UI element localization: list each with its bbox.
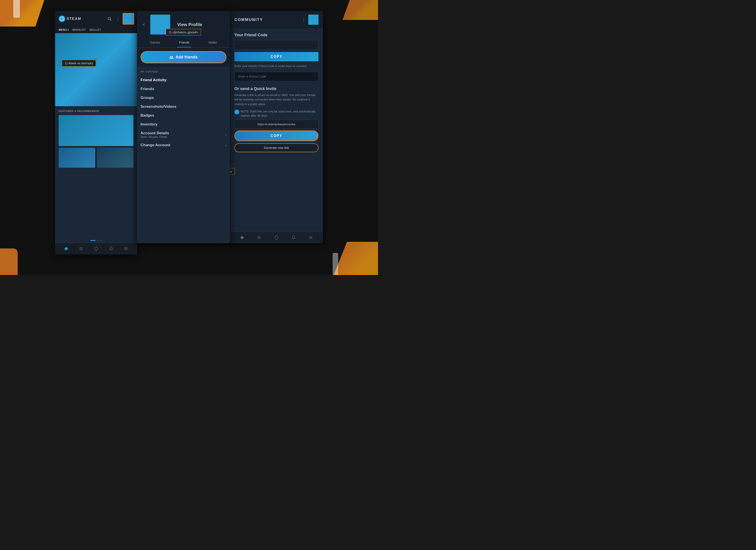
tab-friends[interactable]: Friends <box>177 38 191 47</box>
quick-invite-title: Or send a Quick Invite <box>234 87 318 91</box>
svg-point-0 <box>60 17 64 21</box>
steam-logo: STEAM <box>59 15 81 22</box>
comm-bottom-nav-list[interactable] <box>256 235 262 241</box>
steam-logo-icon <box>59 15 65 22</box>
main-wrapper: STEAM ⋮ MENU ▾ WI <box>0 0 378 275</box>
chevron-right-icon-2: › <box>225 143 226 147</box>
featured-item-1[interactable] <box>59 115 133 146</box>
community-bottom-nav <box>230 232 323 244</box>
svg-rect-3 <box>79 247 83 248</box>
back-button[interactable]: < <box>141 21 147 28</box>
bottom-nav-bell[interactable] <box>108 246 114 252</box>
svg-rect-5 <box>79 250 83 250</box>
friend-code-desc: Enter your friend's Friend Code to invit… <box>234 64 318 68</box>
bottom-nav-shield[interactable] <box>93 246 99 252</box>
add-friends-button[interactable]: Add friends <box>141 51 226 63</box>
content-item-badges[interactable]: Badges <box>141 111 226 120</box>
content-item-screenshots[interactable]: Screenshots/Videos <box>141 102 226 111</box>
steam-nav: MENU ▾ WISHLIST WALLET <box>55 27 137 33</box>
steam-logo-text: STEAM <box>67 17 81 21</box>
my-content: MY CONTENT Friend Activity Friends Group… <box>137 67 230 244</box>
profile-panel: 2) «Добавить друзей» < View Profile Game… <box>137 11 230 244</box>
more-options-icon[interactable]: ⋮ <box>115 16 121 21</box>
my-content-label: MY CONTENT <box>141 70 226 73</box>
community-header-right: ⋮ <box>302 15 318 25</box>
content-item-friend-activity[interactable]: Friend Activity <box>141 76 226 85</box>
steam-bottom-nav <box>55 243 137 255</box>
bottom-nav-tag[interactable] <box>63 246 69 252</box>
community-avatar <box>308 15 318 25</box>
view-profile-button[interactable]: View Profile <box>174 20 206 29</box>
hero-image <box>55 33 137 106</box>
svg-rect-12 <box>309 237 312 237</box>
enter-friend-code-input[interactable] <box>234 72 318 81</box>
content-item-groups[interactable]: Groups <box>141 93 226 102</box>
svg-rect-9 <box>258 236 261 237</box>
content-item-friends[interactable]: Friends <box>141 85 226 93</box>
svg-point-1 <box>108 17 111 20</box>
search-icon[interactable] <box>106 16 113 22</box>
link-url: https://s.team/p/ваша/ссылка <box>258 123 295 126</box>
tab-games[interactable]: Games <box>148 38 162 47</box>
community-panel: 3) Создаем новую ссылку 4) Копируем нову… <box>230 11 323 244</box>
featured-item-2[interactable] <box>59 148 95 168</box>
friend-code-title: Your Friend Code <box>234 33 318 37</box>
content-item-change-account[interactable]: Change Account › <box>141 141 226 150</box>
profile-tabs: Games Friends Wallet <box>137 38 230 48</box>
tab-wallet[interactable]: Wallet <box>207 38 219 47</box>
community-content: Your Friend Code COPY Enter your friend'… <box>230 28 323 232</box>
comm-bottom-nav-menu[interactable] <box>308 235 314 241</box>
callout-1: 1) Жмем на аватарку <box>62 60 96 67</box>
steam-hero: 1) Жмем на аватарку <box>55 33 137 106</box>
community-title: COMMUNITY <box>234 17 263 22</box>
copy-friend-code-button[interactable]: COPY <box>234 52 318 61</box>
progress-dots <box>55 238 137 243</box>
comm-bottom-nav-tag[interactable] <box>239 235 245 241</box>
add-friends-container: Add friends <box>137 48 230 67</box>
svg-rect-13 <box>309 238 312 238</box>
svg-rect-4 <box>79 249 83 249</box>
steam-panel: STEAM ⋮ MENU ▾ WI <box>55 11 137 255</box>
friend-code-box <box>234 40 318 50</box>
bottom-nav-menu[interactable] <box>123 246 129 252</box>
check-icon: ✓ <box>234 110 239 114</box>
nav-wishlist[interactable]: WISHLIST <box>72 28 86 31</box>
community-more-icon[interactable]: ⋮ <box>302 17 306 22</box>
svg-rect-7 <box>124 249 128 249</box>
svg-rect-8 <box>124 249 128 250</box>
chevron-right-icon: › <box>225 133 226 137</box>
avatar-container[interactable] <box>123 14 133 24</box>
steam-header: STEAM ⋮ <box>55 11 137 27</box>
content-item-account-details[interactable]: Account Details Store, Security, Family … <box>141 129 226 141</box>
svg-line-2 <box>110 20 111 21</box>
svg-rect-6 <box>124 248 128 248</box>
steam-header-actions: ⋮ <box>106 14 133 24</box>
link-box: https://s.team/p/ваша/ссылка <box>234 120 318 129</box>
community-header: COMMUNITY ⋮ <box>230 11 323 28</box>
svg-rect-11 <box>258 239 261 239</box>
bottom-nav-list[interactable] <box>78 246 84 252</box>
callout-2: 2) «Добавить друзей» <box>166 29 201 36</box>
callout-3: 3) Создаем новую ссылку <box>230 168 235 175</box>
featured-title: FEATURED & RECOMMENDED <box>59 110 133 112</box>
note-text: ✓ NOTE: Each link can only be used once,… <box>234 109 318 118</box>
svg-rect-10 <box>258 238 261 238</box>
nav-wallet[interactable]: WALLET <box>89 28 101 31</box>
comm-bottom-nav-shield[interactable] <box>273 235 280 241</box>
comm-bottom-nav-bell[interactable] <box>291 235 297 241</box>
featured-item-3[interactable] <box>97 148 133 168</box>
copy-link-button[interactable]: COPY <box>234 131 318 141</box>
quick-invite-desc: Generate a link to share via email or SM… <box>234 93 318 107</box>
featured-grid <box>59 115 133 168</box>
generate-link-button[interactable]: Generate new link <box>234 143 318 152</box>
svg-rect-14 <box>309 238 312 239</box>
avatar-ring <box>123 13 134 25</box>
nav-menu[interactable]: MENU ▾ <box>59 28 69 31</box>
featured-section: FEATURED & RECOMMENDED <box>55 106 137 238</box>
content-item-inventory[interactable]: Inventory <box>141 120 226 129</box>
